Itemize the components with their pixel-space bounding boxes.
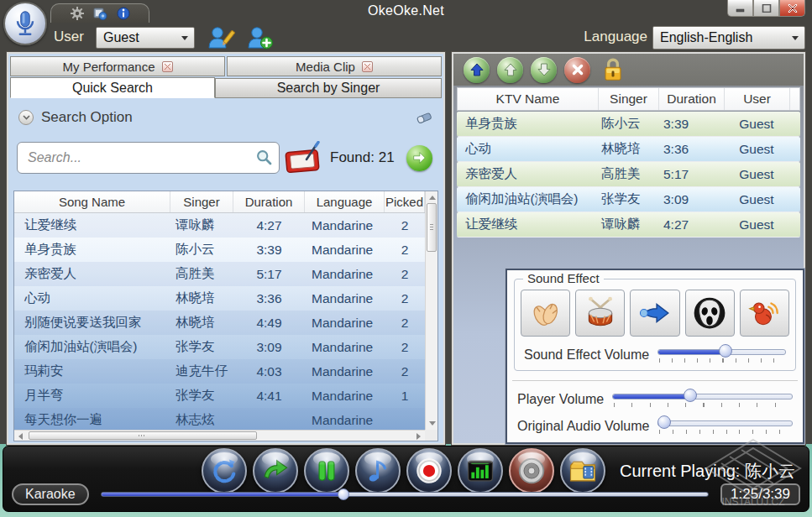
duration-cell: 3:09 <box>233 340 305 355</box>
picked-cell: 1 <box>385 389 425 404</box>
user-dropdown[interactable]: Guest <box>96 27 195 49</box>
clap-effect-button[interactable] <box>521 290 570 337</box>
table-row[interactable]: 单身贵族 陈小云 3:39 Mandarine 2 <box>14 238 425 262</box>
chevron-down-icon <box>792 36 799 40</box>
search-input[interactable] <box>17 142 280 174</box>
lock-icon[interactable] <box>601 56 626 83</box>
scrollbar-corner <box>425 430 437 441</box>
scroll-up-icon[interactable] <box>429 196 436 200</box>
move-top-button[interactable] <box>464 57 490 83</box>
drum-effect-button[interactable] <box>575 290 625 337</box>
table-row[interactable]: 让爱继续 谭咏麟 4:27 Mandarine 2 <box>14 213 425 238</box>
table-row[interactable]: 亲密爱人 高胜美 5:17 Mandarine 2 <box>14 262 425 286</box>
column-header[interactable]: Picked <box>385 191 425 212</box>
column-header[interactable]: User <box>725 88 790 110</box>
tab-my-performance[interactable]: My Performance <box>10 56 225 76</box>
column-header[interactable]: Duration <box>233 191 305 212</box>
seek-slider[interactable] <box>101 488 710 500</box>
scream-effect-button[interactable] <box>685 290 735 337</box>
search-panel: My Performance Media Clip Quick Search S… <box>7 52 445 445</box>
edit-user-button[interactable] <box>207 25 237 50</box>
remove-song-button[interactable] <box>564 57 590 83</box>
original-audio-volume-slider[interactable] <box>657 418 793 435</box>
table-row[interactable]: 偷闲加油站(演唱会) 张学友 3:09 Mandarine 2 <box>14 335 425 359</box>
language-label: Language <box>584 29 647 45</box>
eraser-icon[interactable] <box>415 110 435 125</box>
table-row[interactable]: 月半弯 张学友 4:41 Mandarine 1 <box>14 384 425 408</box>
move-down-button[interactable] <box>531 57 557 83</box>
user-cell: Guest <box>724 142 789 157</box>
queue-row[interactable]: 心动 林晓培 3:36 Guest <box>457 137 800 161</box>
media-icon[interactable] <box>93 7 107 20</box>
go-search-button[interactable] <box>406 145 432 171</box>
info-icon[interactable] <box>117 7 130 20</box>
close-tab-icon[interactable] <box>362 61 373 72</box>
table-row[interactable]: 玛莉安 迪克牛仔 4:03 Mandarine 2 <box>14 359 425 384</box>
window-controls <box>727 0 805 17</box>
queue-row[interactable]: 让爱继续 谭咏麟 4:27 Guest <box>457 212 800 237</box>
language-dropdown[interactable]: English-English <box>652 26 805 50</box>
settings-icon[interactable] <box>71 7 84 20</box>
user-cell: Guest <box>724 217 789 232</box>
seek-fill <box>102 493 344 496</box>
singer-cell: 林晓培 <box>598 140 658 158</box>
maximize-button[interactable] <box>753 0 779 17</box>
tab-media-clip[interactable]: Media Clip <box>227 56 442 76</box>
vertical-scrollbar[interactable] <box>425 191 437 430</box>
move-up-button[interactable] <box>497 57 523 83</box>
seek-thumb[interactable] <box>338 488 349 500</box>
column-header[interactable]: Duration <box>659 88 725 110</box>
song-table: Song NameSingerDurationLanguagePicked 让爱… <box>13 191 438 441</box>
singer-cell: 林志炫 <box>170 411 233 429</box>
tab-quick-search[interactable]: Quick Search <box>10 77 215 98</box>
found-text: Found: 21 <box>330 149 395 166</box>
close-tab-icon[interactable] <box>162 61 173 72</box>
tab-search-by-singer[interactable]: Search by Singer <box>215 78 442 98</box>
picked-cell: 2 <box>385 267 425 282</box>
picked-cell: 2 <box>385 316 425 331</box>
scroll-right-icon[interactable] <box>416 433 421 440</box>
scroll-down-icon[interactable] <box>429 421 436 426</box>
column-header[interactable]: Language <box>305 191 385 212</box>
song-name-cell: 每天想你一遍 <box>14 411 170 429</box>
add-user-button[interactable] <box>245 25 275 50</box>
slider-track[interactable] <box>612 394 793 400</box>
player-volume-slider[interactable] <box>612 391 793 408</box>
queue-toolbar <box>453 54 804 86</box>
close-button[interactable] <box>779 0 805 17</box>
slider-track[interactable] <box>657 420 793 426</box>
bird-effect-button[interactable] <box>740 290 789 337</box>
table-row[interactable]: 每天想你一遍 林志炫 Mandarine <box>14 408 425 430</box>
scrollbar-thumb[interactable] <box>427 203 437 252</box>
karaoke-mode-button[interactable]: Karaoke <box>12 483 89 505</box>
queue-row[interactable]: 偷闲加油站(演唱会) 张学友 3:09 Guest <box>457 187 800 212</box>
scrollbar-thumb[interactable] <box>29 431 257 440</box>
slider-thumb[interactable] <box>657 415 671 429</box>
table-row[interactable]: 别随便说要送我回家 林晓培 4:49 Mandarine 2 <box>14 311 425 335</box>
slider-thumb[interactable] <box>684 389 697 402</box>
found-label: Found: <box>330 149 375 165</box>
slider-ticks <box>659 358 786 363</box>
column-header[interactable]: Singer <box>599 88 659 110</box>
microphone-icon[interactable] <box>3 2 47 45</box>
scroll-left-icon[interactable] <box>18 433 23 440</box>
slider-thumb[interactable] <box>719 344 732 358</box>
original-audio-volume-row: Original Audio Volume <box>517 418 793 435</box>
language-cell: Mandarine <box>305 291 385 306</box>
slider-ticks <box>614 403 793 407</box>
search-field-wrap <box>17 142 280 174</box>
column-header[interactable]: Singer <box>170 191 233 212</box>
sound-effect-volume-slider[interactable] <box>657 347 786 363</box>
column-header[interactable]: KTV Name <box>458 88 599 110</box>
handwriting-input-icon[interactable] <box>285 141 323 175</box>
picked-cell: 2 <box>385 291 425 306</box>
column-header[interactable]: Song Name <box>14 191 170 212</box>
collapse-chevron-icon[interactable] <box>18 110 34 125</box>
horizontal-scrollbar[interactable] <box>14 430 425 441</box>
table-row[interactable]: 心动 林晓培 3:36 Mandarine 2 <box>14 286 425 311</box>
horn-effect-button[interactable] <box>630 290 679 337</box>
queue-row[interactable]: 亲密爱人 高胜美 5:17 Guest <box>457 162 800 186</box>
minimize-button[interactable] <box>727 0 753 17</box>
queue-row[interactable]: 单身贵族 陈小云 3:39 Guest <box>457 112 800 136</box>
seek-track[interactable] <box>101 492 710 497</box>
